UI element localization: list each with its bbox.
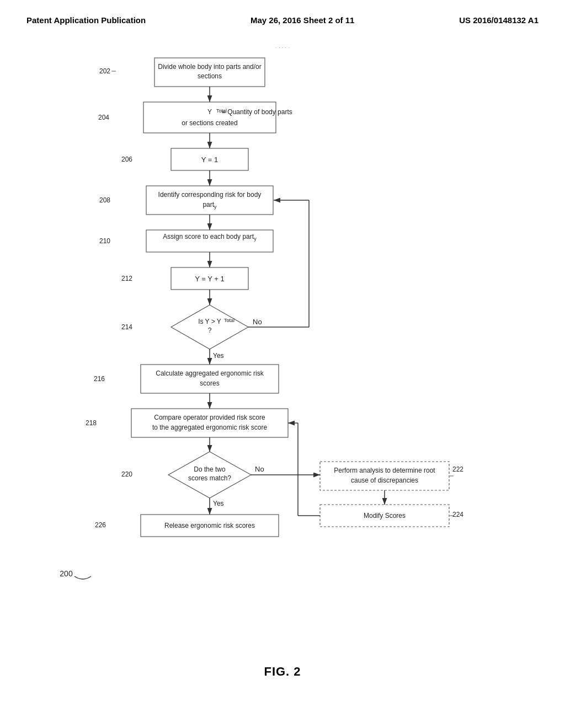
header-right: US 2016/0148132 A1 xyxy=(459,15,539,25)
svg-text:= Quantity of body parts: = Quantity of body parts xyxy=(222,108,292,116)
svg-text:222: 222 xyxy=(452,465,463,473)
svg-text:Y = 1: Y = 1 xyxy=(201,156,218,164)
svg-text:Y: Y xyxy=(207,108,212,116)
svg-text:208: 208 xyxy=(99,196,110,204)
svg-text:200: 200 xyxy=(60,569,73,578)
svg-text:or sections created: or sections created xyxy=(182,119,237,127)
svg-text:226: 226 xyxy=(95,521,106,529)
svg-text:Identify corresponding risk fo: Identify corresponding risk for body xyxy=(158,191,262,199)
header-left: Patent Application Publication xyxy=(26,15,146,25)
svg-text:Total: Total xyxy=(224,318,234,323)
svg-rect-60 xyxy=(320,462,449,490)
svg-text:party: party xyxy=(202,201,217,210)
svg-text:Yes: Yes xyxy=(213,352,224,360)
svg-text:No: No xyxy=(253,318,262,326)
svg-rect-19 xyxy=(146,186,273,215)
svg-text:214: 214 xyxy=(121,323,132,331)
svg-text:No: No xyxy=(255,465,264,473)
svg-rect-48 xyxy=(131,409,288,437)
svg-text:202: 202 xyxy=(99,67,110,75)
header-middle: May 26, 2016 Sheet 2 of 11 xyxy=(250,15,354,25)
svg-rect-8 xyxy=(143,102,276,133)
svg-text:Y = Y + 1: Y = Y + 1 xyxy=(195,275,225,283)
svg-text:cause of discrepancies: cause of discrepancies xyxy=(351,477,418,484)
svg-text:Compare operator provided risk: Compare operator provided risk score xyxy=(154,414,265,421)
svg-text:218: 218 xyxy=(86,419,97,427)
page-header: Patent Application Publication May 26, 2… xyxy=(0,0,565,25)
svg-text:Is Y > Y: Is Y > Y xyxy=(198,318,221,325)
svg-text:scores match?: scores match? xyxy=(188,474,231,482)
svg-text:212: 212 xyxy=(121,275,132,282)
svg-text:224: 224 xyxy=(452,511,463,518)
flowchart-svg: Divide whole body into parts and/or sect… xyxy=(0,30,565,659)
fig-label: FIG. 2 xyxy=(0,665,565,679)
svg-text:Calculate aggregated ergonomic: Calculate aggregated ergonomic risk xyxy=(156,370,264,377)
svg-text:220: 220 xyxy=(121,470,132,478)
svg-text:scores: scores xyxy=(200,379,219,387)
svg-text:Yes: Yes xyxy=(213,500,224,507)
diagram-container: Divide whole body into parts and/or sect… xyxy=(0,30,565,659)
svg-text:210: 210 xyxy=(99,237,110,245)
svg-text:206: 206 xyxy=(121,156,132,163)
svg-text:sections: sections xyxy=(198,72,222,80)
svg-text:Divide whole body into parts a: Divide whole body into parts and/or xyxy=(158,63,261,71)
svg-text:Do the two: Do the two xyxy=(194,465,226,473)
svg-text:Assign score to each body part: Assign score to each body party xyxy=(163,233,257,242)
svg-text:. . . . .: . . . . . xyxy=(275,43,289,49)
svg-text:Release ergonomic risk scores: Release ergonomic risk scores xyxy=(164,522,255,529)
svg-rect-43 xyxy=(141,365,279,393)
svg-text:Modify Scores: Modify Scores xyxy=(364,512,406,520)
svg-text:to the aggregated ergonomic ri: to the aggregated ergonomic risk score xyxy=(152,424,267,431)
svg-text:204: 204 xyxy=(98,114,109,121)
svg-text:216: 216 xyxy=(94,375,105,383)
svg-text:Perform analysis to determine : Perform analysis to determine root xyxy=(334,467,435,474)
svg-text:?: ? xyxy=(208,326,212,334)
